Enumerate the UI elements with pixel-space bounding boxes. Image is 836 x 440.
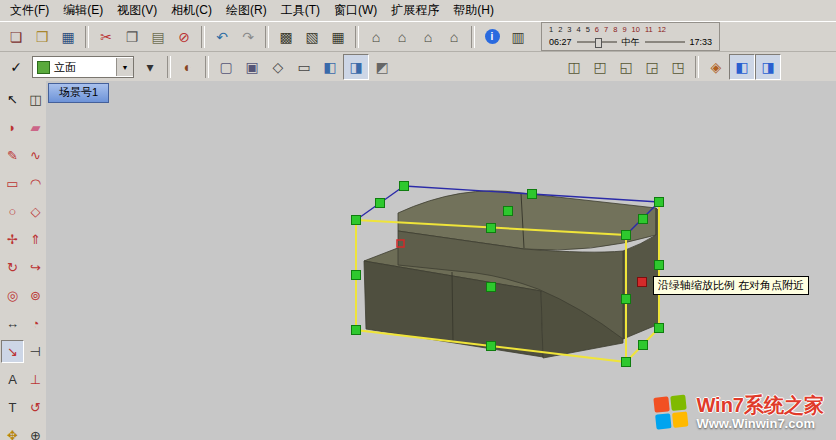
- model-canvas[interactable]: 场景号1: [46, 81, 836, 440]
- shadow-toggle-button[interactable]: ▥: [505, 24, 531, 50]
- separator: [205, 56, 209, 78]
- watermark-title: Win7系统之家: [696, 394, 824, 417]
- section-plane-button[interactable]: ◫: [561, 54, 587, 80]
- freehand-tool[interactable]: ∿: [24, 144, 47, 167]
- erase-button[interactable]: ⊘: [171, 24, 197, 50]
- cut-button[interactable]: ✂: [93, 24, 119, 50]
- menu-edit[interactable]: 编辑(E): [56, 0, 110, 21]
- scale-tool[interactable]: ↘: [1, 340, 24, 363]
- intersect-tool[interactable]: ⊚: [24, 284, 47, 307]
- separator: [471, 26, 475, 48]
- explode-button[interactable]: ▦: [325, 24, 351, 50]
- sofa-model[interactable]: [46, 81, 836, 440]
- axes-tool[interactable]: ⊥: [24, 368, 47, 391]
- display-section-cuts-button[interactable]: ◱: [613, 54, 639, 80]
- shadow-settings-panel[interactable]: 123456789101112 06:27 中午 17:33: [541, 22, 720, 51]
- front-view-button[interactable]: ◨: [755, 54, 781, 80]
- redo-button[interactable]: ↷: [235, 24, 261, 50]
- info-button[interactable]: i: [479, 24, 505, 50]
- new-button[interactable]: ❏: [3, 24, 29, 50]
- menu-camera[interactable]: 相机(C): [164, 0, 219, 21]
- active-scale-handle[interactable]: [638, 278, 647, 287]
- xray-style-button[interactable]: ▢: [213, 54, 239, 80]
- follow-me-tool[interactable]: ↪: [24, 256, 47, 279]
- validate-check-button[interactable]: ✓: [3, 54, 29, 80]
- watermark: Win7系统之家 Www.Winwin7.com: [655, 394, 824, 432]
- menu-help[interactable]: 帮助(H): [446, 0, 501, 21]
- slider-thumb[interactable]: [595, 38, 602, 48]
- shadow-time-slider-2[interactable]: [645, 41, 685, 43]
- shadow-end-time: 17:33: [690, 37, 713, 47]
- hidden-line-style-button[interactable]: ▭: [291, 54, 317, 80]
- iso-view-button[interactable]: ◈: [703, 54, 729, 80]
- tape-measure-tool[interactable]: ↔: [1, 312, 24, 335]
- sketchup-window: 文件(F)编辑(E)视图(V)相机(C)绘图(R)工具(T)窗口(W)扩展程序帮…: [0, 0, 836, 440]
- separator: [355, 26, 359, 48]
- scene-tab[interactable]: 场景号1: [48, 83, 109, 103]
- pan-tool[interactable]: ✥: [1, 424, 24, 440]
- style-swatch: [37, 61, 50, 74]
- group-button[interactable]: ▧: [299, 24, 325, 50]
- watermark-url: Www.Winwin7.com: [696, 417, 824, 432]
- top-view-button[interactable]: ◧: [729, 54, 755, 80]
- materials-button[interactable]: ⌂: [415, 24, 441, 50]
- circle-tool[interactable]: ○: [1, 200, 24, 223]
- eraser-tool[interactable]: ▰: [24, 116, 47, 139]
- menu-view[interactable]: 视图(V): [110, 0, 164, 21]
- scale-tooltip: 沿绿轴缩放比例 在对角点附近: [653, 276, 809, 295]
- dimension-tool[interactable]: ⊣: [24, 340, 47, 363]
- section-outline-button[interactable]: ◳: [665, 54, 691, 80]
- text-tool[interactable]: A: [1, 368, 24, 391]
- main-toolbar-buttons: ❏❒▦✂❐▤⊘↶↷▩▧▦⌂⌂⌂⌂i▥: [3, 24, 531, 50]
- monochrome-style-button[interactable]: ◩: [369, 54, 395, 80]
- model-info-button[interactable]: ⌂: [363, 24, 389, 50]
- chevron-down-icon[interactable]: ▼: [116, 58, 133, 76]
- menu-tools[interactable]: 工具(T): [274, 0, 327, 21]
- back-edges-style-button[interactable]: ▣: [239, 54, 265, 80]
- offset-tool[interactable]: ◎: [1, 284, 24, 307]
- polygon-tool[interactable]: ◇: [24, 200, 47, 223]
- menu-bar: 文件(F)编辑(E)视图(V)相机(C)绘图(R)工具(T)窗口(W)扩展程序帮…: [0, 0, 836, 22]
- details-button[interactable]: ▾: [137, 54, 163, 80]
- open-button[interactable]: ❒: [29, 24, 55, 50]
- shadow-noon-label: 中午: [622, 36, 640, 49]
- paint-bucket-tool[interactable]: ◗: [1, 116, 24, 139]
- paste-button[interactable]: ▤: [145, 24, 171, 50]
- menu-file[interactable]: 文件(F): [3, 0, 56, 21]
- move-tool[interactable]: ✢: [1, 228, 24, 251]
- separator: [201, 26, 205, 48]
- menu-extensions[interactable]: 扩展程序: [384, 0, 446, 21]
- style-dropdown[interactable]: 立面 ▼: [32, 56, 134, 78]
- make-component-tool[interactable]: ◫: [24, 88, 47, 111]
- undo-button[interactable]: ↶: [209, 24, 235, 50]
- rotate-tool[interactable]: ↻: [1, 256, 24, 279]
- menu-draw[interactable]: 绘图(R): [219, 0, 274, 21]
- separator: [265, 26, 269, 48]
- rectangle-tool[interactable]: ▭: [1, 172, 24, 195]
- style-buttons: ▾◐▢▣◇▭◧◨◩: [137, 54, 395, 80]
- display-section-planes-button[interactable]: ◰: [587, 54, 613, 80]
- save-button[interactable]: ▦: [55, 24, 81, 50]
- styles-browser-button[interactable]: ⌂: [441, 24, 467, 50]
- section-fill-button[interactable]: ◲: [639, 54, 665, 80]
- shadow-time-slider[interactable]: [577, 41, 617, 43]
- arc-tool[interactable]: ◠: [24, 172, 47, 195]
- shaded-style-button[interactable]: ◧: [317, 54, 343, 80]
- style-dropdown-value: 立面: [54, 60, 116, 75]
- menu-window[interactable]: 窗口(W): [327, 0, 384, 21]
- copy-button[interactable]: ❐: [119, 24, 145, 50]
- main-toolbar: ❏❒▦✂❐▤⊘↶↷▩▧▦⌂⌂⌂⌂i▥ 123456789101112 06:27…: [0, 22, 836, 52]
- shadow-month-scale[interactable]: 123456789101112: [549, 25, 712, 34]
- make-component-button[interactable]: ▩: [273, 24, 299, 50]
- line-tool[interactable]: ✎: [1, 144, 24, 167]
- 3d-text-tool[interactable]: T: [1, 396, 24, 419]
- protractor-tool[interactable]: ◔: [24, 312, 47, 335]
- shadow-dialog-button[interactable]: ◐: [175, 54, 201, 80]
- zoom-tool[interactable]: ⊕: [24, 424, 47, 440]
- select-tool[interactable]: ↖: [1, 88, 24, 111]
- wireframe-style-button[interactable]: ◇: [265, 54, 291, 80]
- components-button[interactable]: ⌂: [389, 24, 415, 50]
- orbit-tool[interactable]: ↺: [24, 396, 47, 419]
- textured-style-button[interactable]: ◨: [343, 54, 369, 80]
- push-pull-tool[interactable]: ⇑: [24, 228, 47, 251]
